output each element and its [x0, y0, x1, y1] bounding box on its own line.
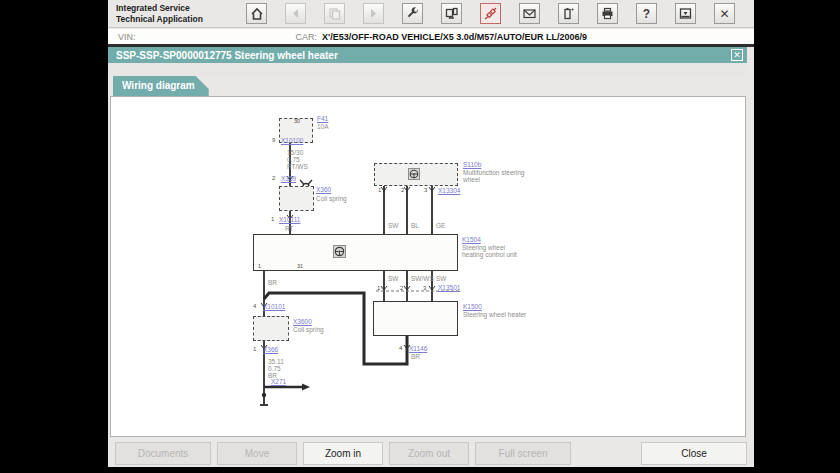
- documents-button[interactable]: Documents: [115, 442, 211, 465]
- ecu-desc: heating control unit: [462, 251, 517, 258]
- pin: 9: [272, 137, 275, 143]
- back-icon: [285, 3, 306, 24]
- connector-link[interactable]: X13501: [438, 284, 460, 291]
- tab-strip: [108, 63, 747, 76]
- footer-toolbar: Documents Move Zoom in Zoom out Full scr…: [108, 440, 754, 467]
- connector-link[interactable]: X10111: [279, 216, 300, 223]
- pin: 3: [424, 187, 427, 193]
- steering-wheel-icon: [408, 168, 420, 180]
- mfl-link[interactable]: S110b: [463, 161, 481, 168]
- pin: 4: [399, 345, 402, 351]
- mfl-desc: wheel: [463, 176, 480, 183]
- pin: 4: [253, 303, 256, 309]
- dialog-close-icon[interactable]: ✕: [731, 49, 743, 61]
- car-label: CAR:: [296, 32, 318, 42]
- title-bar: Integrated Service Technical Application: [108, 0, 754, 28]
- vehicle-bar: VIN: CAR: X'/E53/OFF-ROAD VEHICLE/X5 3.0…: [108, 29, 754, 44]
- send-to-background-icon[interactable]: [675, 3, 696, 24]
- car-value: X'/E53/OFF-ROAD VEHICLE/X5 3.0d/M57/AUTO…: [322, 32, 587, 42]
- wire-label: SW/WS: [411, 275, 434, 282]
- dialog-header: SSP-SSP-SP0000012775 Steering wheel heat…: [108, 47, 747, 63]
- tab-wiring-diagram[interactable]: Wiring diagram: [113, 76, 209, 96]
- diagram-canvas[interactable]: 30 F41 10A 9 X10100 15/30 0.75 RT/WS 2 X…: [110, 96, 746, 437]
- steering-wheel-heater-box: [373, 301, 458, 336]
- close-glyph: ✕: [719, 7, 729, 21]
- pin: 31: [297, 264, 303, 270]
- connector-link[interactable]: X10101: [263, 303, 285, 310]
- wire-label: BR: [268, 279, 277, 286]
- pin: 3: [423, 285, 426, 291]
- zoom-in-button[interactable]: Zoom in: [303, 442, 383, 465]
- coil-spring-link[interactable]: X360: [316, 186, 331, 193]
- zoom-out-button[interactable]: Zoom out: [389, 442, 469, 465]
- ecu-link[interactable]: K1504: [462, 236, 481, 243]
- coil-spring-label: Coil spring: [316, 195, 347, 202]
- fuse-link[interactable]: F41: [317, 115, 328, 122]
- pin: 1: [377, 285, 380, 291]
- screen: Integrated Service Technical Application: [0, 0, 840, 473]
- coil-spring-upper-box: [279, 186, 314, 211]
- battery-icon[interactable]: [558, 3, 579, 24]
- toolbar-icons: ? ✕: [246, 3, 735, 24]
- help-icon[interactable]: ?: [636, 3, 657, 24]
- coil-spring-label: Coil spring: [293, 326, 324, 333]
- close-button[interactable]: Close: [641, 442, 747, 465]
- move-button[interactable]: Move: [217, 442, 297, 465]
- pin: 2: [400, 285, 403, 291]
- connector-link[interactable]: X1146: [409, 345, 427, 352]
- pin: 2: [401, 187, 404, 193]
- steering-wheel-icon: [333, 245, 346, 258]
- heating-control-unit-box: [253, 234, 458, 271]
- wire-label: BR: [411, 353, 420, 360]
- app-window: Integrated Service Technical Application: [108, 0, 754, 467]
- diagnostic-device-icon[interactable]: [441, 3, 462, 24]
- heater-desc: Steering wheel heater: [463, 311, 526, 318]
- ground-point-link[interactable]: X271: [271, 378, 286, 385]
- coil-spring-link[interactable]: X3600: [293, 318, 312, 325]
- wire-label: RT/WS: [287, 163, 308, 170]
- connection-error-icon[interactable]: [480, 3, 501, 24]
- heater-link[interactable]: K1500: [463, 303, 482, 310]
- fuse-pin: 30: [294, 119, 300, 125]
- pin: 1: [271, 216, 274, 222]
- wrench-icon[interactable]: [402, 3, 423, 24]
- wire-label: SW: [436, 275, 446, 282]
- pin: 1: [253, 346, 256, 352]
- wire-label: RT: [285, 225, 294, 232]
- vin-label: VIN:: [108, 32, 136, 42]
- full-screen-button[interactable]: Full screen: [475, 442, 571, 465]
- wire-label: SW: [388, 275, 398, 282]
- home-icon[interactable]: [246, 3, 267, 24]
- pin: 2: [272, 175, 275, 181]
- mail-icon[interactable]: [519, 3, 540, 24]
- dialog-title: SSP-SSP-SP0000012775 Steering wheel heat…: [108, 50, 731, 61]
- close-app-icon[interactable]: ✕: [714, 3, 735, 24]
- connector-link[interactable]: X13304: [438, 187, 460, 194]
- fuse-rating: 10A: [317, 123, 329, 130]
- pin: 1: [258, 264, 261, 270]
- help-glyph: ?: [643, 7, 650, 21]
- pin: 1: [378, 187, 381, 193]
- connector-link[interactable]: X10100: [281, 137, 303, 144]
- wire-label: BL: [411, 222, 419, 229]
- printer-icon[interactable]: [597, 3, 618, 24]
- forward-icon: [363, 3, 384, 24]
- connector-link[interactable]: X359: [281, 175, 296, 182]
- copy-page-icon: [324, 3, 345, 24]
- app-title: Integrated Service Technical Application: [108, 3, 246, 24]
- connector-link[interactable]: X366: [263, 346, 278, 353]
- wire-label: SW: [388, 222, 398, 229]
- coil-spring-lower-box: [253, 316, 289, 341]
- wire-label: GE: [436, 222, 445, 229]
